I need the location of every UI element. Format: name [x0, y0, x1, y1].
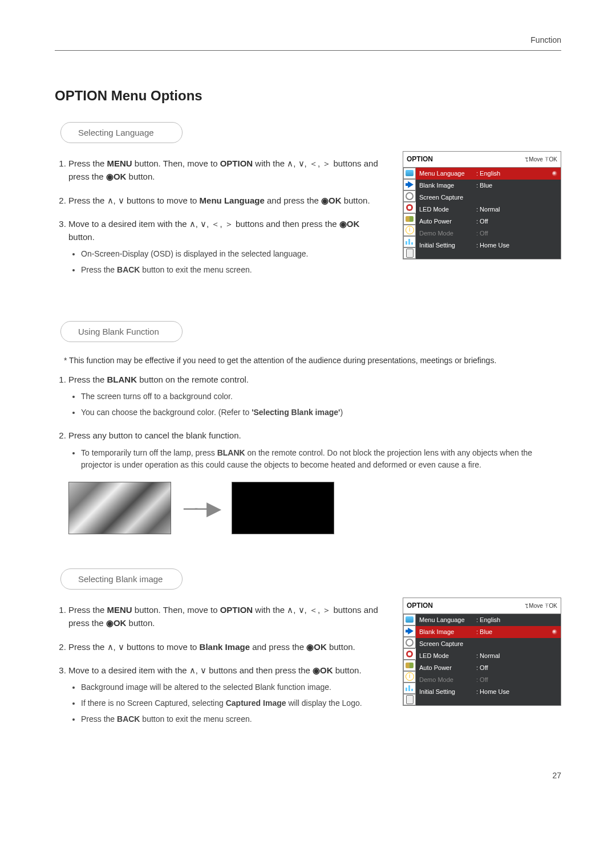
osd-row-label: Menu Language — [419, 169, 476, 178]
sub-item: Background image will be altered to the … — [81, 681, 387, 694]
osd-tab-4[interactable] — [403, 213, 416, 225]
osd-tab-3[interactable] — [403, 648, 415, 660]
header-category: Function — [530, 35, 561, 44]
steps-list: Press the MENU button. Then, move to OPT… — [55, 603, 387, 725]
sub-list: On-Screen-Display (OSD) is displayed in … — [68, 248, 387, 276]
osd-body: Menu Language: EnglishBlank Image: BlueS… — [416, 168, 561, 259]
osd-tab-4[interactable] — [403, 660, 416, 671]
osd-tab-7[interactable] — [403, 247, 416, 259]
osd-row[interactable]: Screen Capture — [416, 638, 561, 650]
osd-tab-0[interactable] — [403, 614, 416, 625]
sub-item: If there is no Screen Captured, selectin… — [81, 697, 387, 710]
steps-list: Press the MENU button. Then, move to OPT… — [55, 157, 387, 277]
osd-row-value: : English — [476, 169, 552, 178]
section-using-blank-function: Using Blank Function * This function may… — [55, 321, 561, 534]
step-3: Move to a desired item with the ∧, ∨, ＜,… — [68, 217, 387, 277]
osd-row[interactable]: Auto Power: Off — [416, 662, 561, 674]
page-title: OPTION Menu Options — [55, 85, 561, 106]
osd-row[interactable]: Screen Capture — [416, 192, 561, 204]
osd-tab-5[interactable]: i — [403, 225, 416, 236]
page-number: 27 — [55, 770, 561, 782]
arrow-icon: ──▶ — [184, 493, 219, 523]
osd-row[interactable]: Demo Mode: Off — [416, 227, 561, 239]
osd-row-label: Demo Mode — [419, 675, 476, 685]
osd-row-value: : Blue — [476, 627, 552, 637]
section-pill: Using Blank Function — [60, 321, 183, 342]
image-after — [232, 482, 334, 534]
osd-tab-7[interactable] — [403, 694, 416, 705]
osd-title-bar: OPTIONꔂMove ꔉOK — [403, 152, 561, 168]
osd-row-value: : Home Use — [476, 241, 557, 250]
osd-hints: ꔂMove ꔉOK — [525, 155, 557, 164]
step-2: Press the ∧, ∨ buttons to move to Menu L… — [68, 194, 387, 207]
osd-row-label: Blank Image — [419, 627, 476, 637]
step-2: Press any button to cancel the blank fun… — [68, 429, 561, 472]
osd-row-value: : Off — [476, 229, 557, 238]
step-2: Press the ∧, ∨ buttons to move to Blank … — [68, 640, 387, 653]
osd-row[interactable]: LED Mode: Normal — [416, 204, 561, 216]
osd-row-value: : Home Use — [476, 687, 557, 697]
sub-list: Background image will be altered to the … — [68, 681, 387, 725]
step-1: Press the MENU button. Then, move to OPT… — [68, 603, 387, 630]
osd-row-label: Auto Power — [419, 217, 476, 226]
osd-row[interactable]: Blank Image: Blue — [416, 180, 561, 192]
osd-tab-6[interactable] — [403, 236, 416, 247]
section-note: * This function may be effective if you … — [64, 355, 561, 367]
steps-list: Press the BLANK button on the remote con… — [55, 373, 561, 472]
osd-row-value: : Off — [476, 217, 557, 226]
osd-row[interactable]: Demo Mode: Off — [416, 674, 561, 686]
page-header: Function — [55, 34, 561, 51]
sub-item: The screen turns off to a background col… — [81, 391, 561, 403]
osd-row-value: : Normal — [476, 205, 557, 214]
osd-title-bar: OPTIONꔂMove ꔉOK — [403, 598, 561, 614]
osd-row-value: : Blue — [476, 181, 557, 190]
osd-row-value: : Off — [476, 663, 557, 673]
osd-tab-2[interactable] — [403, 190, 416, 202]
sub-item: Press the BACK button to exit the menu s… — [81, 713, 387, 726]
osd-row-value: : Normal — [476, 651, 557, 661]
osd-row-label: LED Mode — [419, 651, 476, 661]
osd-row[interactable]: Initial Setting: Home Use — [416, 686, 561, 698]
osd-title: OPTION — [407, 600, 433, 611]
sub-item: To temporarily turn off the lamp, press … — [81, 447, 561, 472]
sub-item: On-Screen-Display (OSD) is displayed in … — [81, 248, 387, 261]
osd-row-label: Screen Capture — [419, 193, 476, 202]
osd-row[interactable]: Menu Language: English — [416, 614, 561, 626]
osd-row[interactable]: Menu Language: English — [416, 168, 561, 180]
osd-row[interactable]: Blank Image: Blue — [416, 626, 561, 638]
step-3: Move to a desired item with the ∧, ∨ but… — [68, 664, 387, 725]
osd-hints: ꔂMove ꔉOK — [525, 602, 557, 611]
osd-row-label: Screen Capture — [419, 639, 476, 649]
osd-tab-1[interactable] — [403, 179, 416, 190]
osd-row-label: Initial Setting — [419, 687, 476, 697]
selected-icon — [552, 171, 557, 176]
step-1: Press the MENU button. Then, move to OPT… — [68, 157, 387, 184]
osd-tab-2[interactable] — [403, 637, 416, 648]
blank-illustration: ──▶ — [68, 482, 561, 534]
osd-row[interactable]: Auto Power: Off — [416, 216, 561, 227]
step-1: Press the BLANK button on the remote con… — [68, 373, 561, 419]
section-pill: Selecting Language — [60, 122, 183, 143]
osd-tab-0[interactable] — [403, 168, 416, 179]
osd-panel-2: OPTIONꔂMove ꔉOKiMenu Language: EnglishBl… — [403, 598, 561, 706]
osd-tab-5[interactable]: i — [403, 671, 416, 682]
osd-panel-1: OPTIONꔂMove ꔉOKiMenu Language: EnglishBl… — [403, 151, 561, 259]
osd-row-label: Demo Mode — [419, 229, 476, 238]
section-selecting-blank-image: Selecting Blank image Press the MENU but… — [55, 568, 561, 736]
osd-row[interactable]: Initial Setting: Home Use — [416, 239, 561, 251]
osd-tab-6[interactable] — [403, 682, 416, 694]
osd-row[interactable]: LED Mode: Normal — [416, 650, 561, 662]
osd-tab-1[interactable] — [403, 625, 416, 637]
selected-icon — [552, 629, 557, 635]
osd-row-label: Blank Image — [419, 181, 476, 190]
osd-row-label: Menu Language — [419, 615, 476, 625]
sub-list: The screen turns off to a background col… — [68, 391, 561, 419]
osd-row-value: : English — [476, 615, 557, 625]
osd-tab-strip: i — [403, 614, 416, 705]
page-root: Function OPTION Menu Options Selecting L… — [0, 0, 616, 805]
section-selecting-language: Selecting Language Press the MENU button… — [55, 122, 561, 287]
section-pill: Selecting Blank image — [60, 568, 183, 590]
osd-tab-strip: i — [403, 168, 416, 259]
osd-tab-3[interactable] — [403, 202, 415, 213]
sub-item: Press the BACK button to exit the menu s… — [81, 264, 387, 277]
